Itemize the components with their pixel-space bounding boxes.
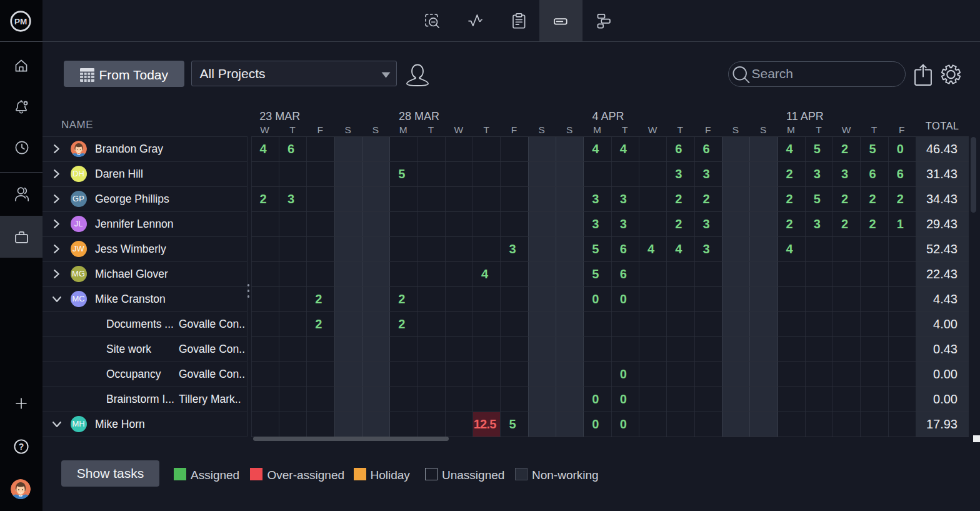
svg-text:PM: PM	[14, 17, 27, 26]
svg-text:?: ?	[19, 442, 24, 452]
